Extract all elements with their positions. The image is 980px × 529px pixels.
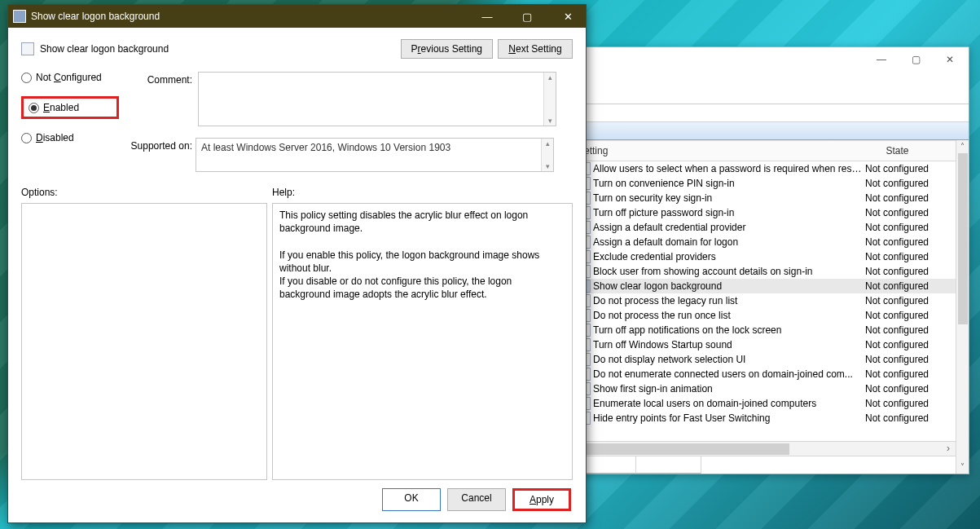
help-panel[interactable]: This policy setting disables the acrylic… [272, 203, 573, 480]
comment-box: ▴▾ [198, 72, 556, 126]
policy-row[interactable]: ≡Do not process the run once listNot con… [571, 308, 956, 323]
dialog-close-button[interactable]: ✕ [556, 11, 579, 23]
policy-row-state: Not configured [862, 207, 951, 218]
supported-label: Supported on: [119, 138, 192, 172]
policy-row-name: Turn on security key sign-in [593, 192, 862, 204]
horizontal-scrollbar[interactable]: ‹ › [571, 441, 956, 456]
policy-row-state: Not configured [862, 295, 951, 306]
close-button[interactable]: ✕ [944, 54, 956, 65]
policy-row-state: Not configured [862, 192, 951, 204]
radio-enabled-input[interactable] [29, 103, 39, 113]
minimize-button[interactable]: — [876, 54, 887, 65]
comment-input[interactable] [199, 73, 541, 123]
policy-row-state: Not configured [862, 178, 951, 189]
options-label: Options: [21, 187, 267, 198]
policy-row-name: Assign a default credential provider [593, 222, 862, 233]
policy-row-name: Allow users to select when a password is… [593, 163, 862, 174]
policy-row[interactable]: ≡Exclude credential providersNot configu… [571, 249, 956, 264]
comment-label: Comment: [119, 72, 192, 86]
radio-enabled[interactable]: Enabled [21, 96, 119, 119]
scroll-down-icon[interactable]: ▾ [544, 117, 556, 125]
policy-row-state: Not configured [862, 280, 951, 292]
col-state[interactable]: State [855, 141, 940, 161]
radio-not-configured[interactable]: Not Configured [21, 72, 119, 83]
gp-tab-standard[interactable] [636, 456, 701, 474]
policy-row-state: Not configured [862, 339, 951, 350]
policy-row-name: Show clear logon background [593, 280, 862, 292]
radio-not-configured-input[interactable] [21, 73, 32, 83]
gp-notice-strip [571, 104, 969, 122]
policy-row-state: Not configured [862, 368, 951, 380]
policy-table: Setting State ≡Allow users to select whe… [571, 140, 956, 474]
ok-button[interactable]: OK [382, 488, 441, 511]
policy-row[interactable]: ≡Turn off Windows Startup soundNot confi… [571, 337, 956, 352]
policy-row[interactable]: ≡Turn on convenience PIN sign-inNot conf… [571, 176, 956, 191]
policy-table-header: Setting State [571, 141, 956, 161]
policy-row-name: Enumerate local users on domain-joined c… [593, 398, 862, 409]
policy-row[interactable]: ≡Block user from showing account details… [571, 264, 956, 279]
policy-row-name: Hide entry points for Fast User Switchin… [593, 412, 862, 424]
previous-setting-button[interactable]: Previous Setting [401, 39, 493, 59]
dialog-maximize-button[interactable]: ▢ [516, 11, 538, 23]
policy-row-name: Do not process the legacy run list [593, 295, 862, 306]
scroll-up-icon[interactable]: ▴ [544, 73, 556, 82]
policy-row[interactable]: ≡Do not display network selection UINot … [571, 352, 956, 367]
policy-row-name: Turn off app notifications on the lock s… [593, 324, 862, 336]
policy-row[interactable]: ≡Enumerate local users on domain-joined … [571, 396, 956, 411]
policy-row[interactable]: ≡Show first sign-in animationNot configu… [571, 381, 956, 396]
policy-row[interactable]: ≡Assign a default domain for logonNot co… [571, 235, 956, 249]
policy-row[interactable]: ≡Hide entry points for Fast User Switchi… [571, 411, 956, 425]
next-setting-button[interactable]: Next Setting [498, 39, 573, 59]
dialog-footer: OK Cancel Apply [21, 480, 573, 514]
policy-rows[interactable]: ≡Allow users to select when a password i… [571, 161, 956, 441]
policy-row-state: Not configured [862, 412, 951, 424]
policy-row-state: Not configured [862, 266, 951, 277]
policy-row-name: Turn off Windows Startup sound [593, 339, 862, 350]
policy-row[interactable]: ≡Turn off picture password sign-inNot co… [571, 205, 956, 220]
policy-row-name: Do not process the run once list [593, 310, 862, 321]
policy-row[interactable]: ≡Assign a default credential providerNot… [571, 220, 956, 235]
policy-row-state: Not configured [862, 310, 951, 321]
policy-row[interactable]: ≡Turn on security key sign-inNot configu… [571, 191, 956, 205]
cancel-button[interactable]: Cancel [447, 488, 506, 511]
scroll-down-icon[interactable]: ˅ [956, 461, 969, 474]
policy-row[interactable]: ≡Show clear logon backgroundNot configur… [571, 279, 956, 293]
policy-row-name: Do not enumerate connected users on doma… [593, 368, 862, 380]
vertical-scrollbar[interactable]: ˄ ˅ [956, 140, 969, 474]
dialog-titlebar[interactable]: Show clear logon background — ▢ ✕ [8, 5, 586, 28]
supported-value: At least Windows Server 2016, Windows 10… [196, 139, 553, 171]
scroll-down-icon[interactable]: ▾ [542, 162, 553, 170]
maximize-button[interactable]: ▢ [910, 54, 921, 65]
policy-name: Show clear logon background [40, 43, 401, 55]
gp-titlebar: — ▢ ✕ [571, 47, 969, 72]
scroll-up-icon[interactable]: ˄ [956, 140, 969, 153]
scroll-up-icon[interactable]: ▴ [542, 139, 553, 148]
apply-button[interactable]: Apply [512, 488, 571, 511]
policy-row[interactable]: ≡Do not enumerate connected users on dom… [571, 367, 956, 381]
policy-row-name: Do not display network selection UI [593, 354, 862, 365]
options-panel [21, 203, 267, 480]
gp-header-strip [571, 122, 969, 140]
radio-disabled-input[interactable] [21, 133, 32, 143]
policy-row-name: Show first sign-in animation [593, 383, 862, 395]
vscroll-thumb[interactable] [958, 153, 968, 324]
policy-row-name: Block user from showing account details … [593, 266, 862, 277]
gp-toolbar [571, 72, 969, 104]
policy-row[interactable]: ≡Turn off app notifications on the lock … [571, 323, 956, 337]
dialog-minimize-button[interactable]: — [475, 11, 498, 23]
state-radio-group: Not Configured Enabled Disabled [21, 72, 119, 156]
policy-row-state: Not configured [862, 398, 951, 409]
policy-row[interactable]: ≡Do not process the legacy run listNot c… [571, 293, 956, 308]
hscroll-thumb[interactable] [586, 443, 789, 455]
scroll-right-icon[interactable]: › [941, 442, 956, 456]
policy-row-state: Not configured [862, 222, 951, 233]
policy-row[interactable]: ≡Allow users to select when a password i… [571, 161, 956, 176]
col-setting[interactable]: Setting [571, 141, 855, 161]
policy-item-icon [21, 42, 34, 55]
dialog-title: Show clear logon background [31, 11, 475, 22]
policy-icon [13, 10, 26, 23]
policy-row-name: Turn off picture password sign-in [593, 207, 862, 218]
radio-disabled[interactable]: Disabled [21, 132, 119, 143]
gp-result-tabs [571, 456, 956, 474]
policy-row-state: Not configured [862, 251, 951, 262]
